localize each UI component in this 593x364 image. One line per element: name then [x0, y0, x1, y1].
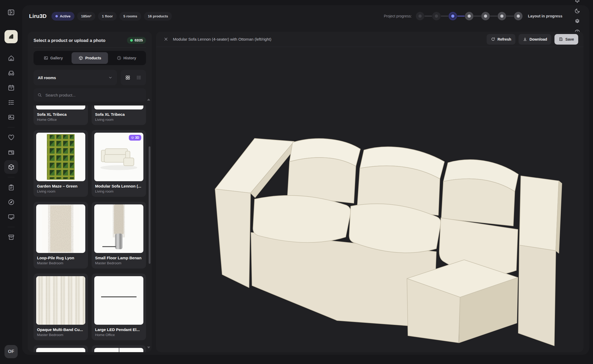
progress-connector [457, 16, 465, 17]
progress-connector [441, 16, 448, 17]
product-name: Modular Sofa Lennon (... [92, 181, 146, 188]
grid-view-icon[interactable] [123, 73, 133, 82]
product-card[interactable]: Sofa XL Tribeca Home Office [34, 106, 88, 125]
progress-stepper [416, 12, 523, 20]
product-name: Sofa XL Tribeca [34, 109, 88, 117]
download-button[interactable]: Download [519, 34, 551, 45]
sidebar-item-archive[interactable] [4, 230, 18, 244]
project-badge-3: 16 products [144, 12, 172, 21]
search-input[interactable] [45, 93, 142, 98]
calendar-icon [8, 84, 15, 91]
progress-dot-1[interactable] [416, 12, 424, 20]
product-card[interactable]: Loop-Pile Rug Lyon Master Bedroom [34, 202, 88, 269]
close-icon[interactable] [161, 35, 170, 44]
progress-connector [474, 16, 481, 17]
sofa-3d-render[interactable] [156, 47, 583, 352]
product-card[interactable]: 3DModular Sofa Lennon (... Living room [92, 130, 146, 197]
product-room: Master Bedroom [34, 332, 88, 340]
sidebar-item-furniture[interactable] [4, 66, 18, 80]
product-name: Large LED Pendant El... [92, 325, 146, 332]
progress-dot-7[interactable] [514, 12, 523, 20]
product-card[interactable]: Sofa XL Tribeca Living room [92, 106, 146, 125]
bell-icon [574, 0, 580, 3]
bell-icon[interactable] [572, 0, 582, 6]
tab-gallery[interactable]: Gallery [35, 52, 72, 64]
sidebar-item-tasks[interactable] [4, 95, 18, 109]
product-card[interactable]: Garden Maze – Green Living room [34, 130, 88, 197]
monitor-star-icon [8, 213, 15, 221]
sidebar-item-gallery[interactable] [4, 110, 18, 124]
moon-icon [574, 8, 580, 14]
clipboard-icon [8, 184, 15, 191]
viewer-panel: Modular Sofa Lennon (4-seater) with Otto… [156, 32, 583, 352]
product-card[interactable]: Opaque Multi-Band Cu... Master Bedroom [34, 274, 88, 340]
progress-status: Layout in progress [528, 14, 562, 18]
product-room: Master Bedroom [92, 260, 146, 269]
project-badges: 185m²1 floor5 rooms16 products [77, 12, 175, 21]
moon-icon[interactable] [572, 6, 582, 16]
progress-connector [425, 16, 432, 17]
save-button[interactable]: Save [554, 34, 578, 45]
clock-icon [117, 56, 121, 60]
sidebar-item-explore[interactable] [4, 195, 18, 209]
scroll-up-arrow[interactable] [147, 99, 150, 100]
liru3d-logo-icon [7, 33, 15, 40]
user-avatar[interactable]: OF [4, 345, 18, 358]
3d-badge: 3D [129, 135, 141, 141]
sidebar-item-orders[interactable] [4, 180, 18, 194]
product-image [94, 106, 143, 109]
progress-connector [506, 16, 514, 17]
viewer-actions: RefreshDownloadSave [487, 34, 578, 45]
product-name: Garden Maze – Green [34, 181, 88, 188]
product-room: Home Office [34, 117, 88, 125]
refresh-button[interactable]: Refresh [487, 34, 515, 45]
product-grid: Sofa XL Tribeca Home OfficeSofa XL Tribe… [34, 106, 146, 352]
sidebar-item-products-3d[interactable] [4, 160, 18, 174]
gear-icon[interactable] [572, 16, 582, 27]
product-image [94, 204, 143, 253]
project-header: Liru3D Active 185m²1 floor5 rooms16 prod… [22, 5, 589, 27]
tab-products[interactable]: Products [72, 52, 108, 64]
viewer-title: Modular Sofa Lennon (4-seater) with Otto… [173, 37, 271, 41]
product-name: Small Floor Lamp Benan [92, 253, 146, 260]
product-card[interactable]: Small Floor Lamp Benan Master Bedroom [92, 202, 146, 269]
sidebar-divider [8, 127, 15, 127]
sidebar-item-home[interactable] [4, 51, 18, 65]
download-icon [523, 37, 527, 41]
app-logo[interactable] [4, 30, 18, 43]
sidebar-item-calendar[interactable] [4, 81, 18, 94]
sidebar-item-devices[interactable] [4, 210, 18, 224]
cube-icon [8, 164, 15, 171]
progress-dot-4[interactable] [465, 12, 473, 20]
product-image [36, 133, 85, 181]
view-toggle [121, 70, 146, 85]
sidebar-item-wallet[interactable] [4, 145, 18, 159]
progress-dot-2[interactable] [432, 12, 441, 20]
product-image [36, 106, 85, 109]
progress-dot-6[interactable] [498, 12, 506, 20]
product-card[interactable] [92, 345, 146, 352]
panel-collapse-icon[interactable] [7, 8, 15, 16]
cube-icon [78, 56, 83, 60]
progress-dot-5[interactable] [481, 12, 490, 20]
sidebar-item-favorites[interactable] [4, 131, 18, 144]
project-badge-2: 5 rooms [119, 12, 141, 21]
sidebar-nav [4, 51, 18, 245]
chevron-down-icon [108, 75, 113, 80]
product-name: Loop-Pile Rug Lyon [34, 253, 88, 260]
tab-history[interactable]: History [108, 52, 145, 64]
scroll-down-arrow[interactable] [147, 347, 150, 348]
list-view-icon[interactable] [134, 73, 144, 82]
product-image [94, 348, 143, 352]
product-card[interactable]: Large LED Pendant El... Home Office [92, 274, 146, 340]
panel-header: Select a product or upload a photo 02/25 [28, 32, 152, 47]
project-badge-1: 1 floor [98, 12, 117, 21]
room-filter-select[interactable]: All rooms [34, 70, 117, 85]
project-badge-0: 185m² [77, 12, 95, 21]
progress-dot-3[interactable] [449, 12, 457, 20]
status-dot [55, 15, 58, 17]
product-card[interactable] [34, 345, 88, 352]
filter-row: All rooms [34, 70, 146, 85]
panel-scrollbar-thumb[interactable] [149, 146, 150, 264]
product-name: Opaque Multi-Band Cu... [34, 325, 88, 332]
